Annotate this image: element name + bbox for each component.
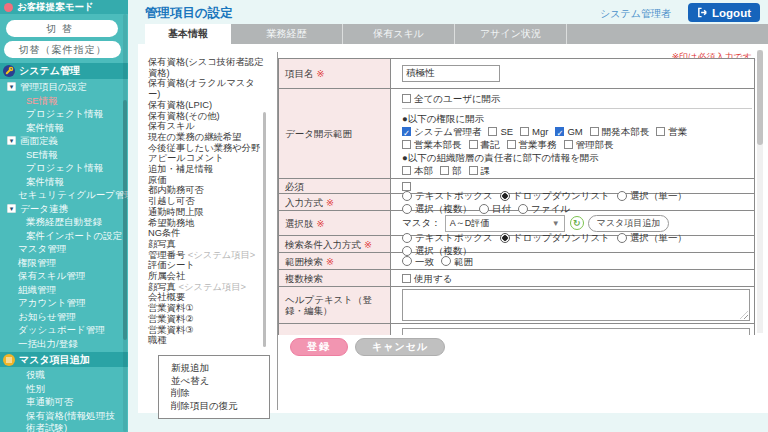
- checkbox-option[interactable]: GM: [555, 125, 582, 138]
- resize-handle-icon[interactable]: [740, 311, 748, 319]
- switch-button[interactable]: 切替: [6, 20, 118, 37]
- sidebar-item[interactable]: 業務経歴自動登録: [0, 215, 128, 229]
- field-list-item[interactable]: 今後従事したい業務や分野: [148, 143, 266, 154]
- radio-option[interactable]: ドロップダウンリスト: [500, 231, 610, 244]
- checkbox-unchecked-icon[interactable]: [564, 140, 573, 149]
- radio-checked-icon[interactable]: [500, 191, 510, 201]
- checkbox-unchecked-icon[interactable]: [440, 166, 449, 175]
- help-text-textarea[interactable]: [402, 289, 750, 321]
- textarea[interactable]: [402, 328, 750, 335]
- field-list-item[interactable]: 営業資料②: [148, 314, 266, 325]
- collapse-icon[interactable]: ▾: [7, 204, 16, 213]
- radio-unchecked-icon[interactable]: [617, 233, 627, 243]
- sidebar-item[interactable]: 保有スキル管理: [0, 269, 128, 283]
- tab-assign-status[interactable]: アサイン状況: [455, 24, 567, 44]
- cancel-button[interactable]: キャンセル: [355, 338, 445, 356]
- collapse-icon[interactable]: ▾: [7, 82, 16, 91]
- checkbox-option[interactable]: Mgr: [520, 125, 548, 138]
- form-scrollbar-thumb[interactable]: [757, 50, 763, 145]
- radio-checked-icon[interactable]: [500, 233, 510, 243]
- sidebar-item[interactable]: セキュリティグループ管理: [0, 188, 128, 202]
- sidebar-item[interactable]: SE情報: [0, 94, 128, 108]
- field-list-item[interactable]: 現在の業務の継続希望: [148, 132, 266, 143]
- tab-work-history[interactable]: 業務経歴: [231, 24, 343, 44]
- master-select[interactable]: A～D評価 ▼: [445, 215, 565, 232]
- field-list-item[interactable]: 希望勤務地: [148, 218, 266, 229]
- tab-skills[interactable]: 保有スキル: [343, 24, 455, 44]
- field-list-item[interactable]: 顔写真 <システム項目>: [148, 282, 266, 293]
- checkbox-unchecked-icon[interactable]: [402, 94, 411, 103]
- checkbox-unchecked-icon[interactable]: [402, 274, 411, 283]
- sidebar-item[interactable]: 案件情報: [0, 175, 128, 189]
- radio-option[interactable]: 一致: [402, 255, 434, 268]
- sidebar-item[interactable]: 保有資格(情報処理技術者試験): [0, 409, 122, 432]
- radio-unchecked-icon[interactable]: [441, 256, 451, 266]
- sidebar-item[interactable]: 車通勤可否: [0, 395, 128, 409]
- sidebar-item[interactable]: 一括出力/登録: [0, 337, 128, 351]
- radio-option[interactable]: 選択（単一）: [617, 189, 687, 202]
- checkbox-option[interactable]: システム管理者: [402, 125, 481, 138]
- sidebar-item[interactable]: マスタ管理: [0, 242, 128, 256]
- field-list-item[interactable]: 保有資格(LPIC): [148, 100, 266, 111]
- field-list-item[interactable]: 原価: [148, 175, 266, 186]
- field-list-item[interactable]: アピールコメント: [148, 153, 266, 164]
- checkbox-option[interactable]: 管理部長: [564, 138, 614, 151]
- radio-unchecked-icon[interactable]: [617, 191, 627, 201]
- master-add-button[interactable]: マスタ項目追加: [588, 215, 670, 232]
- field-list-item[interactable]: NG条件: [148, 228, 266, 239]
- sidebar-item[interactable]: ▾画面定義: [0, 134, 128, 148]
- radio-option[interactable]: テキストボックス: [402, 189, 493, 202]
- sidebar-scrollbar-thumb[interactable]: [123, 100, 127, 340]
- checkbox-checked-icon[interactable]: [402, 127, 411, 136]
- field-list-item[interactable]: 保有資格(オラクルマスター): [148, 78, 266, 99]
- field-list-item[interactable]: 営業資料③: [148, 325, 266, 336]
- field-list-item[interactable]: 職種: [148, 335, 266, 346]
- field-list-item[interactable]: 管理番号 <システム項目>: [148, 250, 266, 261]
- collapse-icon[interactable]: ▾: [7, 136, 16, 145]
- checkbox-unchecked-icon[interactable]: [402, 182, 411, 191]
- sidebar-item[interactable]: 組織管理: [0, 283, 128, 297]
- checkbox-unchecked-icon[interactable]: [520, 127, 529, 136]
- sidebar-item[interactable]: SE情報: [0, 148, 128, 162]
- radio-option[interactable]: テキストボックス: [402, 231, 493, 244]
- field-action-link[interactable]: 並べ替え: [171, 375, 265, 388]
- checkbox-option[interactable]: 使用する: [402, 272, 452, 285]
- checkbox-unchecked-icon[interactable]: [656, 127, 665, 136]
- radio-option[interactable]: ドロップダウンリスト: [500, 189, 610, 202]
- field-action-link[interactable]: 新規追加: [171, 362, 265, 375]
- field-list-item[interactable]: 保有資格(シスコ技術者認定資格): [148, 57, 266, 78]
- sidebar-item[interactable]: 権限管理: [0, 256, 128, 270]
- checkbox-option[interactable]: 営業本部長: [402, 138, 462, 151]
- checkbox-option[interactable]: 課: [469, 164, 491, 177]
- sidebar-item[interactable]: 役職: [0, 368, 128, 382]
- refresh-icon[interactable]: ↻: [570, 216, 584, 230]
- checkbox-option[interactable]: 営業事務: [507, 138, 557, 151]
- sidebar-item[interactable]: アカウント管理: [0, 296, 128, 310]
- sidebar-item[interactable]: 性別: [0, 382, 128, 396]
- checkbox-unchecked-icon[interactable]: [402, 166, 411, 175]
- checkbox-checked-icon[interactable]: [555, 127, 564, 136]
- checkbox-option[interactable]: 開発本部長: [590, 125, 650, 138]
- radio-unchecked-icon[interactable]: [402, 233, 412, 243]
- radio-option[interactable]: 範囲: [441, 255, 473, 268]
- field-list-item[interactable]: 評価シート: [148, 260, 266, 271]
- checkbox-option[interactable]: 本部: [402, 164, 433, 177]
- field-list-item[interactable]: 所属会社: [148, 271, 266, 282]
- field-list-item[interactable]: 追加・補足情報: [148, 164, 266, 175]
- sidebar-item[interactable]: プロジェクト情報: [0, 107, 128, 121]
- checkbox-option[interactable]: 営業: [656, 125, 687, 138]
- field-action-link[interactable]: 削除項目の復元: [171, 400, 265, 413]
- field-list-item[interactable]: 通勤時間上限: [148, 207, 266, 218]
- radio-unchecked-icon[interactable]: [402, 256, 412, 266]
- field-list-item[interactable]: 保有資格(その他): [148, 111, 266, 122]
- checkbox-unchecked-icon[interactable]: [488, 127, 497, 136]
- field-list-item[interactable]: 会社概要: [148, 292, 266, 303]
- switch-case-button[interactable]: 切替（案件指定）: [4, 41, 121, 58]
- sidebar-item[interactable]: 案件情報: [0, 121, 128, 135]
- logout-button[interactable]: Logout: [688, 3, 760, 22]
- tab-basic-info[interactable]: 基本情報: [145, 24, 231, 44]
- radio-option[interactable]: 選択（単一）: [617, 231, 687, 244]
- sidebar-item[interactable]: 案件インポートの設定: [0, 229, 128, 243]
- checkbox-option[interactable]: SE: [488, 125, 513, 138]
- sidebar-item[interactable]: プロジェクト情報: [0, 161, 128, 175]
